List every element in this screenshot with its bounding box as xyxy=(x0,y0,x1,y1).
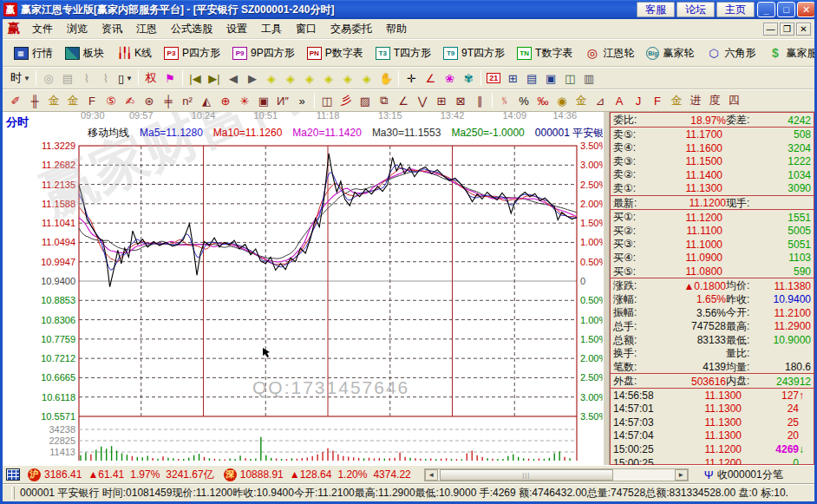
draw-triangle-button[interactable]: ◭ xyxy=(197,92,216,110)
draw-du-angle-button[interactable]: 度 xyxy=(705,92,724,110)
ask-row-1[interactable]: 卖①:11.13003090 xyxy=(611,181,814,195)
toolbar-gann-wheel-button[interactable]: ◎江恩轮 xyxy=(578,43,640,63)
draw-box-button[interactable]: ▣ xyxy=(254,92,273,110)
maximize-button[interactable]: □ xyxy=(777,2,795,17)
draw-percent-button[interactable]: % xyxy=(514,92,533,110)
toolbar-kline-button[interactable]: ╽╿╽K线 xyxy=(110,43,158,63)
menu-公式选股[interactable]: 公式选股 xyxy=(164,20,219,37)
quote-row-weibi[interactable]: 委比:18.97%委差:4242 xyxy=(611,113,814,127)
toolbar-winner-service-button[interactable]: $赢家服务 xyxy=(761,43,817,63)
toolbar-9t-square-button[interactable]: T99T四方形 xyxy=(437,43,511,63)
homepage-button[interactable]: 主页 xyxy=(716,2,755,17)
shenzhen-index-icon[interactable]: 深 xyxy=(224,468,237,481)
nav-last-page-button[interactable]: ▶| xyxy=(205,69,224,88)
tick-row-3[interactable]: 14:57:0411.130020 xyxy=(611,429,814,443)
menu-设置[interactable]: 设置 xyxy=(219,20,254,37)
toolbar-hexagon-button[interactable]: ⬡六角形 xyxy=(700,43,761,63)
quote-row-stat-3[interactable]: 总手:747528最高:11.2900 xyxy=(611,319,814,333)
menu-窗口[interactable]: 窗口 xyxy=(289,20,324,37)
draw-shaded-box-button[interactable]: ▨ xyxy=(356,92,375,110)
tick-row-0[interactable]: 14:56:5811.1300127↑ xyxy=(611,389,814,403)
scroll-right-arrow[interactable]: ► xyxy=(675,469,688,481)
draw-gold-level-button[interactable]: 金 xyxy=(572,92,591,110)
nav-crosshair-tool-button[interactable]: ✛ xyxy=(402,69,421,88)
menu-江恩[interactable]: 江恩 xyxy=(129,20,164,37)
toolbar-p-table-button[interactable]: PNP数字表 xyxy=(301,43,369,63)
ask-row-2[interactable]: 卖②:11.14001034 xyxy=(611,167,814,181)
bid-row-3[interactable]: 买③:11.10005051 xyxy=(611,237,814,251)
ask-row-5[interactable]: 卖⑤:11.1700508 xyxy=(611,128,814,141)
draw-grid-button[interactable]: ⊞ xyxy=(432,92,451,110)
menu-工具[interactable]: 工具 xyxy=(254,20,289,37)
nav-export-button[interactable]: ◫ xyxy=(560,69,579,88)
menu-资讯[interactable]: 资讯 xyxy=(95,20,129,37)
draw-vee-button[interactable]: ⋁ xyxy=(413,92,432,110)
mdi-restore-button[interactable]: ❐ xyxy=(780,23,794,36)
draw-gold-angle-button[interactable]: 金 xyxy=(667,92,686,110)
mdi-minimize-button[interactable]: — xyxy=(763,23,778,36)
draw-gold-line-2-button[interactable]: 金 xyxy=(63,92,82,110)
toolbar-sectors-button[interactable]: 板块 xyxy=(59,43,110,63)
minimize-button[interactable]: _ xyxy=(757,2,775,17)
menu-交易委托[interactable]: 交易委托 xyxy=(324,20,379,37)
intraday-chart-svg[interactable]: 11.32293.50%11.26823.00%11.21352.50%11.1… xyxy=(3,112,603,465)
nav-angle-tool-button[interactable]: ∠ xyxy=(421,69,440,88)
nav-zoom-reset-button[interactable]: ◈ xyxy=(357,69,376,88)
draw-parallel-button[interactable]: ∥ xyxy=(470,92,489,110)
draw-gold-circle-button[interactable]: ◉ xyxy=(552,92,572,110)
nav-zoom-h-shrink-button[interactable]: ◈ xyxy=(319,69,338,88)
draw-circle-button[interactable]: ⊛ xyxy=(140,92,159,110)
nav-zoom-all-button[interactable]: ◈ xyxy=(338,69,357,88)
nav-zoom-left-button[interactable]: ◈ xyxy=(262,69,281,88)
tick-row-2[interactable]: 14:57:0311.130025 xyxy=(611,416,814,429)
quote-row-stat-4[interactable]: 总额:83133最低:10.9000 xyxy=(611,333,814,347)
bid-row-5[interactable]: 买⑤:11.0800590 xyxy=(611,265,814,278)
panel-splitter[interactable] xyxy=(603,112,610,465)
draw-target-button[interactable]: ⊕ xyxy=(216,92,235,110)
latest-row[interactable]: 最新:11.1200现手: xyxy=(611,196,814,210)
draw-jin-angle-button[interactable]: 进 xyxy=(686,92,705,110)
quote-row-stat-6[interactable]: 笔数:4139均量:180.6 xyxy=(611,360,814,374)
intraday-chart-area[interactable]: 分时 移动均线Ma5=11.1280Ma10=11.1260Ma20=11.14… xyxy=(3,112,603,465)
nav-butterfly-tool-button[interactable]: ❀ xyxy=(440,69,459,88)
menu-文件[interactable]: 文件 xyxy=(25,20,60,37)
draw-si-angle-button[interactable]: 四 xyxy=(724,92,743,110)
menu-帮助[interactable]: 帮助 xyxy=(379,20,414,37)
forum-button[interactable]: 论坛 xyxy=(676,2,715,17)
draw-j-angle-button[interactable]: J xyxy=(629,92,648,110)
toolbar-quotes-button[interactable]: ▦行情 xyxy=(8,43,59,63)
nav-period-selector-button[interactable]: 时▼ xyxy=(8,69,33,88)
toolbar-t-square-button[interactable]: T3T四方形 xyxy=(369,43,437,63)
nav-candle-style-button[interactable]: ▯▼ xyxy=(115,69,135,88)
quote-row-stat-2[interactable]: 振幅:3.56%今开:11.2100 xyxy=(611,305,814,319)
draw-star-button[interactable]: ✳ xyxy=(235,92,254,110)
ask-row-3[interactable]: 卖③:11.15001222 xyxy=(611,154,814,168)
nav-rights-adjust-button[interactable]: 权 xyxy=(141,69,160,88)
quote-row-stat-1[interactable]: 涨幅:1.65%昨收:10.9400 xyxy=(611,292,814,306)
nav-pattern-tool-button[interactable]: ✾ xyxy=(459,69,478,88)
mdi-close-button[interactable]: ✕ xyxy=(796,23,811,36)
bid-row-4[interactable]: 买④:11.09001103 xyxy=(611,251,814,265)
nav-print-button[interactable]: ▥ xyxy=(579,69,598,88)
draw-percent-lines-button[interactable]: ﹪ xyxy=(495,92,514,110)
quote-row-waipan[interactable]: 外盘:503616内盘:243912 xyxy=(611,374,814,388)
draw-square-numbers-button[interactable]: n² xyxy=(178,92,197,110)
nav-flag-marker-button[interactable]: ⚑ xyxy=(160,69,180,88)
draw-angle-line-button[interactable]: ∠ xyxy=(394,92,413,110)
scroll-thumb[interactable]: ||| xyxy=(440,469,613,481)
draw-lines-button[interactable]: ╪ xyxy=(159,92,178,110)
draw-pen-button[interactable]: ✐ xyxy=(6,92,25,110)
draw-gold-line-1-button[interactable]: 金 xyxy=(44,92,63,110)
close-button[interactable]: ✕ xyxy=(797,2,815,17)
quote-row-stat-0[interactable]: 涨跌:▲0.1800均价:11.1380 xyxy=(611,278,814,292)
nav-next-page-button[interactable]: ▶ xyxy=(243,69,262,88)
draw-wave-button[interactable]: И″ xyxy=(273,92,292,110)
customer-service-button[interactable]: 客服 xyxy=(637,2,675,17)
draw-fibo-button[interactable]: F xyxy=(82,92,101,110)
nav-save-button[interactable]: ▣ xyxy=(541,69,560,88)
toolbar-p-square-button[interactable]: P3P四方形 xyxy=(158,43,226,63)
tick-row-1[interactable]: 14:57:0111.130024 xyxy=(611,402,814,416)
toolbar-winner-wheel-button[interactable]: Big赢家轮 xyxy=(640,43,700,63)
nav-calculator-button[interactable]: ⊞ xyxy=(503,69,522,88)
horizontal-scrollbar[interactable]: ◄ ||| ► xyxy=(424,468,689,481)
